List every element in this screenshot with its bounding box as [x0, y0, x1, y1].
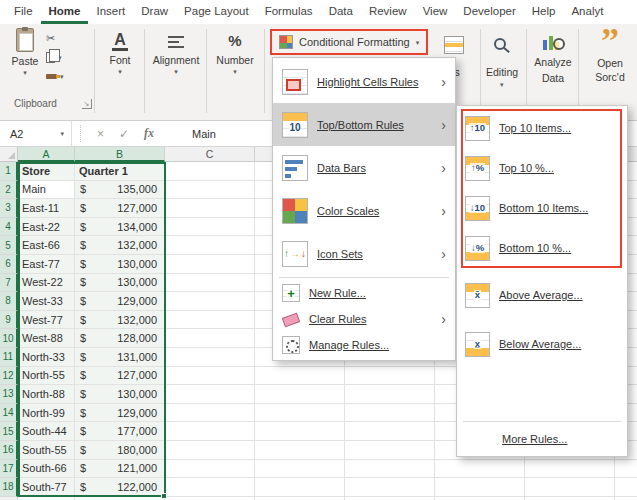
- cell-e18[interactable]: [345, 478, 435, 497]
- cell-a12[interactable]: North-55: [18, 367, 75, 386]
- cell-g17[interactable]: [525, 460, 615, 479]
- tab-draw[interactable]: Draw: [133, 0, 176, 24]
- tab-data[interactable]: Data: [321, 0, 361, 24]
- analyze-data-button[interactable]: Analyze Data: [530, 32, 576, 84]
- submenu-item-bottom-10[interactable]: ↓%Bottom 10 %...: [457, 228, 627, 268]
- row-header-7[interactable]: 7: [0, 274, 18, 293]
- cell-c14[interactable]: [165, 404, 255, 423]
- cell-a13[interactable]: North-88: [18, 385, 75, 404]
- cell-e12[interactable]: [345, 367, 435, 386]
- menu-item-color-scales[interactable]: Color Scales›: [273, 189, 455, 232]
- font-group-button[interactable]: A Font ▾: [98, 31, 142, 74]
- cell-e15[interactable]: [345, 422, 435, 441]
- row-header-10[interactable]: 10: [0, 329, 18, 348]
- cell-c7[interactable]: [165, 274, 255, 293]
- cell-a1[interactable]: Store: [18, 162, 75, 181]
- tab-review[interactable]: Review: [361, 0, 415, 24]
- row-header-2[interactable]: 2: [0, 181, 18, 200]
- cell-c2[interactable]: [165, 181, 255, 200]
- menu-item-new-rule[interactable]: +New Rule...: [273, 280, 455, 306]
- cut-button[interactable]: ✂: [46, 32, 55, 44]
- cell-c12[interactable]: [165, 367, 255, 386]
- cell-c11[interactable]: [165, 348, 255, 367]
- column-header-a[interactable]: A: [18, 147, 75, 162]
- cell-c1[interactable]: [165, 162, 255, 181]
- cell-d14[interactable]: [255, 404, 345, 423]
- cell-e13[interactable]: [345, 385, 435, 404]
- cell-a18[interactable]: South-77: [18, 478, 75, 497]
- cell-c6[interactable]: [165, 255, 255, 274]
- row-header-14[interactable]: 14: [0, 404, 18, 423]
- tab-formulas[interactable]: Formulas: [257, 0, 321, 24]
- cell-f17[interactable]: [435, 460, 525, 479]
- cell-a15[interactable]: South-44: [18, 422, 75, 441]
- cell-b5[interactable]: $132,000: [75, 236, 165, 255]
- tab-developer[interactable]: Developer: [455, 0, 523, 24]
- cell-a16[interactable]: South-55: [18, 441, 75, 460]
- cell-a5[interactable]: East-66: [18, 236, 75, 255]
- submenu-item-more-rules[interactable]: More Rules...: [457, 424, 627, 454]
- clipboard-dialog-launcher-icon[interactable]: ↘: [82, 99, 92, 109]
- fill-handle[interactable]: [161, 493, 167, 499]
- cell-a17[interactable]: South-66: [18, 460, 75, 479]
- row-header-4[interactable]: 4: [0, 218, 18, 237]
- name-box[interactable]: A2 ▾: [0, 121, 72, 146]
- enter-icon[interactable]: ✓: [119, 127, 129, 141]
- row-header-13[interactable]: 13: [0, 385, 18, 404]
- tab-view[interactable]: View: [415, 0, 456, 24]
- cell-a8[interactable]: West-33: [18, 292, 75, 311]
- cell-b3[interactable]: $127,000: [75, 199, 165, 218]
- cell-b4[interactable]: $134,000: [75, 218, 165, 237]
- cell-b8[interactable]: $129,000: [75, 292, 165, 311]
- cell-c17[interactable]: [165, 460, 255, 479]
- cell-c3[interactable]: [165, 199, 255, 218]
- insert-function-icon[interactable]: fx: [144, 126, 154, 141]
- cell-b2[interactable]: $135,000: [75, 181, 165, 200]
- row-header-1[interactable]: 1: [0, 162, 18, 181]
- cell-d18[interactable]: [255, 478, 345, 497]
- cell-a4[interactable]: East-22: [18, 218, 75, 237]
- editing-label[interactable]: Editing: [486, 66, 518, 78]
- submenu-item-above-average[interactable]: x̄Above Average...: [457, 273, 627, 317]
- cell-b9[interactable]: $132,000: [75, 311, 165, 330]
- cell-b15[interactable]: $177,000: [75, 422, 165, 441]
- cell-a7[interactable]: West-22: [18, 274, 75, 293]
- cell-a14[interactable]: North-99: [18, 404, 75, 423]
- cell-g18[interactable]: [525, 478, 615, 497]
- row-header-5[interactable]: 5: [0, 236, 18, 255]
- menu-item-manage-rules[interactable]: Manage Rules...: [273, 332, 455, 358]
- cell-c18[interactable]: [165, 478, 255, 497]
- menu-item-clear-rules[interactable]: Clear Rules›: [273, 306, 455, 332]
- submenu-item-top-10-items[interactable]: ↑10Top 10 Items...: [457, 108, 627, 148]
- cell-h18[interactable]: [615, 478, 637, 497]
- cell-b7[interactable]: $130,000: [75, 274, 165, 293]
- cell-b12[interactable]: $127,000: [75, 367, 165, 386]
- row-header-16[interactable]: 16: [0, 441, 18, 460]
- menu-item-top-bottom-rules[interactable]: 10Top/Bottom Rules›: [273, 103, 455, 146]
- open-sorcd-button[interactable]: ” Open Sorc'd: [586, 27, 634, 83]
- cell-d16[interactable]: [255, 441, 345, 460]
- row-header-17[interactable]: 17: [0, 460, 18, 479]
- cell-a3[interactable]: East-11: [18, 199, 75, 218]
- row-header-9[interactable]: 9: [0, 311, 18, 330]
- cell-b14[interactable]: $129,000: [75, 404, 165, 423]
- cell-b16[interactable]: $180,000: [75, 441, 165, 460]
- cell-c13[interactable]: [165, 385, 255, 404]
- cell-c15[interactable]: [165, 422, 255, 441]
- paste-button[interactable]: Paste ▾: [6, 28, 44, 75]
- row-header-8[interactable]: 8: [0, 292, 18, 311]
- cell-b6[interactable]: $130,000: [75, 255, 165, 274]
- cell-h17[interactable]: [615, 460, 637, 479]
- cell-c10[interactable]: [165, 329, 255, 348]
- cell-d17[interactable]: [255, 460, 345, 479]
- alignment-group-button[interactable]: Alignment ▾: [148, 31, 204, 74]
- tab-help[interactable]: Help: [524, 0, 564, 24]
- cell-b17[interactable]: $121,000: [75, 460, 165, 479]
- cell-e17[interactable]: [345, 460, 435, 479]
- cell-b18[interactable]: $122,000: [75, 478, 165, 497]
- tab-insert[interactable]: Insert: [88, 0, 133, 24]
- tab-home[interactable]: Home: [41, 0, 89, 24]
- menu-item-icon-sets[interactable]: ↑→↓Icon Sets›: [273, 232, 455, 275]
- cell-b1[interactable]: Quarter 1: [75, 162, 165, 181]
- row-header-6[interactable]: 6: [0, 255, 18, 274]
